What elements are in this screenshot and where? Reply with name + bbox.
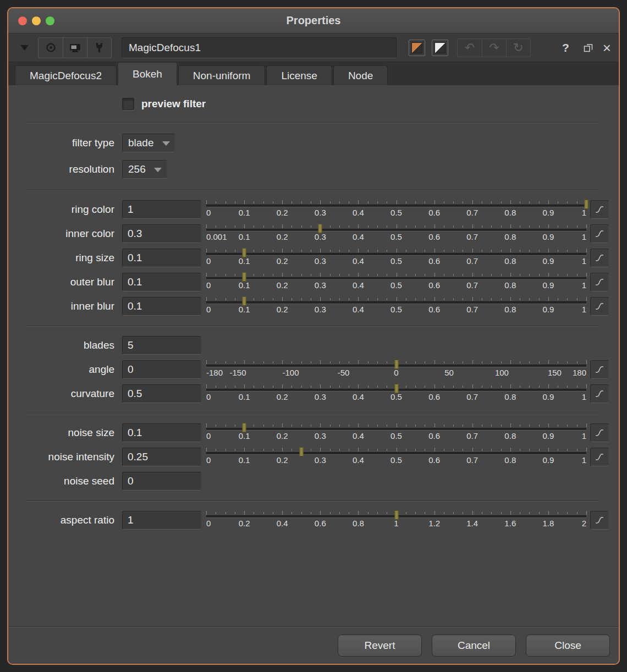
monitor-button[interactable] xyxy=(63,38,87,58)
curvature-curve-button[interactable] xyxy=(590,384,609,403)
curve-icon xyxy=(595,253,604,263)
slider-handle[interactable] xyxy=(243,272,246,282)
slider-tick-label: 0.6 xyxy=(428,232,440,241)
filter-type-dropdown[interactable]: blade xyxy=(122,134,175,152)
slider-outer-blur[interactable]: 00.10.20.30.40.50.60.70.80.91 xyxy=(206,273,586,291)
aspect-ratio-curve-button[interactable] xyxy=(590,511,609,530)
slider-tick-label: 0.7 xyxy=(466,305,478,314)
slider-handle[interactable] xyxy=(243,248,246,257)
ring-size-curve-button[interactable] xyxy=(590,249,609,267)
inner-color-curve-button[interactable] xyxy=(590,224,609,243)
slider-noise-intensity[interactable]: 00.10.20.30.40.50.60.70.80.91 xyxy=(206,448,586,466)
outer-blur-input[interactable] xyxy=(122,273,201,291)
ring-size-input[interactable] xyxy=(122,249,201,267)
node-tool-group xyxy=(38,37,112,58)
slider-tick-label: 50 xyxy=(444,368,454,377)
close-button[interactable]: Close xyxy=(526,635,610,657)
ring-color-input[interactable] xyxy=(122,200,201,219)
slider-handle[interactable] xyxy=(299,447,303,456)
noise-intensity-curve-button[interactable] xyxy=(590,448,609,466)
tab-bokeh[interactable]: Bokeh xyxy=(118,62,177,85)
node-color-button[interactable] xyxy=(432,40,448,56)
slider-tick-label: 0.3 xyxy=(315,280,326,290)
slider-handle[interactable] xyxy=(243,296,246,306)
panel-color-button[interactable] xyxy=(409,40,425,56)
zoom-window-button[interactable] xyxy=(46,16,54,25)
preview-filter-checkbox[interactable] xyxy=(122,98,134,110)
ring-color-curve-button[interactable] xyxy=(590,200,609,219)
slider-inner-color[interactable]: 0.0010.10.20.30.40.50.60.70.80.91 xyxy=(206,224,586,243)
inner-blur-curve-button[interactable] xyxy=(590,297,609,316)
angle-curve-button[interactable] xyxy=(590,360,609,379)
preview-filter-label: preview filter xyxy=(141,98,206,110)
row-curvature: curvature00.10.20.30.40.50.60.70.80.91 xyxy=(16,382,609,406)
slider-track xyxy=(206,253,586,256)
slider-tick-label: 0.2 xyxy=(277,280,288,290)
resolution-dropdown[interactable]: 256 xyxy=(122,160,167,179)
center-icon xyxy=(46,42,56,53)
close-window-button[interactable] xyxy=(18,16,27,25)
slider-tick-label: 0.8 xyxy=(353,519,364,528)
aspect-ratio-input[interactable] xyxy=(122,511,201,530)
section-divider xyxy=(26,326,599,326)
center-node-button[interactable] xyxy=(38,38,63,58)
blades-input[interactable] xyxy=(122,336,201,355)
revert-history-button[interactable]: ↻ xyxy=(506,39,530,57)
titlebar[interactable]: Properties xyxy=(8,8,619,34)
slider-inner-blur[interactable]: 00.10.20.30.40.50.60.70.80.91 xyxy=(206,297,586,316)
minimize-window-button[interactable] xyxy=(32,16,41,25)
slider-ring-color[interactable]: 00.10.20.30.40.50.60.70.80.91 xyxy=(206,200,586,219)
float-panel-button[interactable] xyxy=(584,43,593,52)
slider-tick-label: 0.8 xyxy=(504,455,516,465)
revert-button[interactable]: Revert xyxy=(338,635,422,657)
tab-license[interactable]: License xyxy=(266,65,332,85)
close-panel-button[interactable]: × xyxy=(603,41,611,55)
inner-blur-input[interactable] xyxy=(122,297,201,316)
noise-intensity-input[interactable] xyxy=(122,448,201,466)
field-label-noise-intensity: noise intensity xyxy=(16,451,122,463)
slider-tick-label: 1.4 xyxy=(466,519,478,528)
monitor-icon xyxy=(69,43,81,53)
cancel-button[interactable]: Cancel xyxy=(432,635,516,657)
angle-input[interactable] xyxy=(122,360,201,379)
inner-color-input[interactable] xyxy=(122,224,201,243)
slider-handle[interactable] xyxy=(318,224,322,233)
slider-tick-label: 1 xyxy=(582,280,586,290)
curvature-input[interactable] xyxy=(122,384,201,403)
noise-size-input[interactable] xyxy=(122,423,201,442)
slider-aspect-ratio[interactable]: 00.20.40.60.811.21.41.61.82 xyxy=(206,511,586,530)
slider-angle[interactable]: -180-150-100-50050100150180 xyxy=(206,360,586,379)
settings-wrench-button[interactable] xyxy=(87,38,111,58)
close-panel-icon: × xyxy=(603,40,611,56)
slider-tick-label: 1 xyxy=(582,392,586,401)
node-name-input[interactable] xyxy=(122,37,397,58)
dropdown-triangle-icon xyxy=(20,45,29,51)
tab-non-uniform[interactable]: Non-uniform xyxy=(178,65,266,85)
slider-tick-label: 0.7 xyxy=(466,280,478,290)
field-label-aspect-ratio: aspect ratio xyxy=(16,514,122,526)
redo-button[interactable]: ↷ xyxy=(482,39,506,57)
outer-blur-curve-button[interactable] xyxy=(590,273,609,291)
slider-handle[interactable] xyxy=(585,200,588,209)
slider-handle[interactable] xyxy=(394,360,398,369)
help-button[interactable]: ? xyxy=(562,41,569,54)
tab-magicdefocus2[interactable]: MagicDefocus2 xyxy=(15,65,117,85)
undo-button[interactable]: ↶ xyxy=(458,39,482,57)
noise-seed-input[interactable] xyxy=(122,472,201,491)
slider-tick-label: 0.9 xyxy=(542,392,554,401)
slider-tick-label: 0.2 xyxy=(277,256,288,266)
slider-handle[interactable] xyxy=(394,510,398,520)
noise-size-curve-button[interactable] xyxy=(590,423,609,442)
slider-tick-label: 1.8 xyxy=(542,519,554,528)
tab-node[interactable]: Node xyxy=(333,65,388,85)
toolbar-right: ↶ ↷ ↻ ? × xyxy=(409,38,611,57)
field-label-blades: blades xyxy=(16,339,122,351)
tab-bar: MagicDefocus2BokehNon-uniformLicenseNode xyxy=(8,62,619,85)
slider-noise-size[interactable]: 00.10.20.30.40.50.60.70.80.91 xyxy=(206,423,586,442)
slider-handle[interactable] xyxy=(394,384,398,393)
slider-ring-size[interactable]: 00.10.20.30.40.50.60.70.80.91 xyxy=(206,249,586,267)
node-menu-button[interactable] xyxy=(15,38,34,58)
slider-curvature[interactable]: 00.10.20.30.40.50.60.70.80.91 xyxy=(206,384,586,403)
slider-handle[interactable] xyxy=(243,423,246,432)
slider-tick-label: -180 xyxy=(206,368,223,377)
